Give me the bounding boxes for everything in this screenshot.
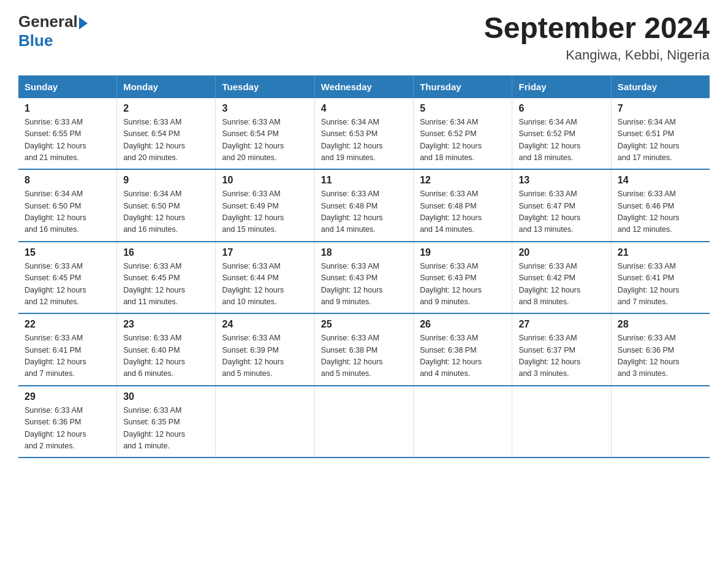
day-number: 29 — [25, 391, 110, 402]
calendar-cell: 9 Sunrise: 6:34 AMSunset: 6:50 PMDayligh… — [117, 169, 216, 242]
calendar-table: SundayMondayTuesdayWednesdayThursdayFrid… — [18, 75, 710, 459]
day-number: 17 — [222, 247, 308, 258]
calendar-cell: 15 Sunrise: 6:33 AMSunset: 6:45 PMDaylig… — [18, 242, 117, 314]
calendar-cell: 12 Sunrise: 6:33 AMSunset: 6:48 PMDaylig… — [414, 169, 512, 242]
header-monday: Monday — [117, 75, 216, 98]
day-number: 28 — [618, 319, 703, 330]
calendar-title-area: September 2024 Kangiwa, Kebbi, Nigeria — [484, 12, 710, 63]
day-number: 8 — [25, 175, 110, 186]
calendar-cell: 13 Sunrise: 6:33 AMSunset: 6:47 PMDaylig… — [512, 169, 611, 242]
calendar-cell: 21 Sunrise: 6:33 AMSunset: 6:41 PMDaylig… — [611, 242, 710, 314]
day-info: Sunrise: 6:33 AMSunset: 6:38 PMDaylight:… — [420, 334, 482, 378]
logo: General Blue — [18, 12, 88, 50]
day-number: 23 — [123, 319, 209, 330]
logo-triangle-icon — [79, 17, 88, 29]
calendar-cell — [512, 386, 611, 458]
day-number: 16 — [123, 247, 209, 258]
day-number: 26 — [420, 319, 506, 330]
day-info: Sunrise: 6:33 AMSunset: 6:42 PMDaylight:… — [518, 262, 580, 306]
calendar-cell: 5 Sunrise: 6:34 AMSunset: 6:52 PMDayligh… — [414, 98, 512, 170]
calendar-week-row: 22 Sunrise: 6:33 AMSunset: 6:41 PMDaylig… — [18, 313, 710, 386]
day-number: 14 — [618, 175, 703, 186]
calendar-cell: 4 Sunrise: 6:34 AMSunset: 6:53 PMDayligh… — [314, 98, 413, 170]
calendar-cell: 19 Sunrise: 6:33 AMSunset: 6:43 PMDaylig… — [414, 242, 512, 314]
calendar-cell: 28 Sunrise: 6:33 AMSunset: 6:36 PMDaylig… — [611, 313, 710, 386]
page-header: General Blue September 2024 Kangiwa, Keb… — [18, 12, 710, 63]
calendar-cell: 14 Sunrise: 6:33 AMSunset: 6:46 PMDaylig… — [611, 169, 710, 242]
calendar-cell — [314, 386, 413, 458]
calendar-cell: 26 Sunrise: 6:33 AMSunset: 6:38 PMDaylig… — [414, 313, 512, 386]
calendar-cell: 7 Sunrise: 6:34 AMSunset: 6:51 PMDayligh… — [611, 98, 710, 170]
day-number: 22 — [25, 319, 110, 330]
day-info: Sunrise: 6:33 AMSunset: 6:45 PMDaylight:… — [123, 262, 185, 306]
day-info: Sunrise: 6:33 AMSunset: 6:37 PMDaylight:… — [518, 334, 580, 378]
day-number: 12 — [420, 175, 506, 186]
day-info: Sunrise: 6:34 AMSunset: 6:50 PMDaylight:… — [25, 190, 86, 234]
calendar-cell — [414, 386, 512, 458]
day-info: Sunrise: 6:33 AMSunset: 6:38 PMDaylight:… — [321, 334, 383, 378]
logo-blue-text: Blue — [18, 31, 53, 50]
calendar-cell: 1 Sunrise: 6:33 AMSunset: 6:55 PMDayligh… — [18, 98, 117, 170]
calendar-cell: 23 Sunrise: 6:33 AMSunset: 6:40 PMDaylig… — [117, 313, 216, 386]
day-number: 30 — [123, 391, 209, 402]
day-number: 20 — [518, 247, 604, 258]
day-number: 11 — [321, 175, 407, 186]
calendar-cell: 20 Sunrise: 6:33 AMSunset: 6:42 PMDaylig… — [512, 242, 611, 314]
day-info: Sunrise: 6:34 AMSunset: 6:52 PMDaylight:… — [420, 118, 482, 162]
calendar-week-row: 8 Sunrise: 6:34 AMSunset: 6:50 PMDayligh… — [18, 169, 710, 242]
calendar-cell: 8 Sunrise: 6:34 AMSunset: 6:50 PMDayligh… — [18, 169, 117, 242]
calendar-cell: 17 Sunrise: 6:33 AMSunset: 6:44 PMDaylig… — [216, 242, 314, 314]
day-info: Sunrise: 6:33 AMSunset: 6:55 PMDaylight:… — [25, 118, 86, 162]
day-number: 7 — [618, 103, 703, 114]
day-info: Sunrise: 6:33 AMSunset: 6:41 PMDaylight:… — [618, 262, 680, 306]
day-number: 27 — [518, 319, 604, 330]
day-number: 4 — [321, 103, 407, 114]
day-number: 15 — [25, 247, 110, 258]
day-info: Sunrise: 6:33 AMSunset: 6:48 PMDaylight:… — [420, 190, 482, 234]
day-info: Sunrise: 6:33 AMSunset: 6:45 PMDaylight:… — [25, 262, 86, 306]
calendar-week-row: 15 Sunrise: 6:33 AMSunset: 6:45 PMDaylig… — [18, 242, 710, 314]
day-number: 25 — [321, 319, 407, 330]
day-info: Sunrise: 6:34 AMSunset: 6:50 PMDaylight:… — [123, 190, 185, 234]
calendar-cell: 29 Sunrise: 6:33 AMSunset: 6:36 PMDaylig… — [18, 386, 117, 458]
calendar-cell: 2 Sunrise: 6:33 AMSunset: 6:54 PMDayligh… — [117, 98, 216, 170]
day-info: Sunrise: 6:33 AMSunset: 6:36 PMDaylight:… — [25, 406, 86, 450]
day-number: 24 — [222, 319, 308, 330]
day-info: Sunrise: 6:33 AMSunset: 6:43 PMDaylight:… — [321, 262, 383, 306]
day-info: Sunrise: 6:33 AMSunset: 6:54 PMDaylight:… — [222, 118, 284, 162]
calendar-cell — [611, 386, 710, 458]
day-info: Sunrise: 6:33 AMSunset: 6:46 PMDaylight:… — [618, 190, 680, 234]
day-number: 6 — [518, 103, 604, 114]
calendar-cell: 27 Sunrise: 6:33 AMSunset: 6:37 PMDaylig… — [512, 313, 611, 386]
day-info: Sunrise: 6:33 AMSunset: 6:44 PMDaylight:… — [222, 262, 284, 306]
day-info: Sunrise: 6:33 AMSunset: 6:39 PMDaylight:… — [222, 334, 284, 378]
calendar-week-row: 29 Sunrise: 6:33 AMSunset: 6:36 PMDaylig… — [18, 386, 710, 458]
day-info: Sunrise: 6:33 AMSunset: 6:43 PMDaylight:… — [420, 262, 482, 306]
header-saturday: Saturday — [611, 75, 710, 98]
calendar-cell: 11 Sunrise: 6:33 AMSunset: 6:48 PMDaylig… — [314, 169, 413, 242]
header-thursday: Thursday — [414, 75, 512, 98]
day-number: 19 — [420, 247, 506, 258]
day-number: 13 — [518, 175, 604, 186]
header-sunday: Sunday — [18, 75, 117, 98]
day-info: Sunrise: 6:33 AMSunset: 6:49 PMDaylight:… — [222, 190, 284, 234]
day-info: Sunrise: 6:34 AMSunset: 6:53 PMDaylight:… — [321, 118, 383, 162]
day-number: 2 — [123, 103, 209, 114]
calendar-cell — [216, 386, 314, 458]
calendar-cell: 3 Sunrise: 6:33 AMSunset: 6:54 PMDayligh… — [216, 98, 314, 170]
day-info: Sunrise: 6:33 AMSunset: 6:48 PMDaylight:… — [321, 190, 383, 234]
day-info: Sunrise: 6:33 AMSunset: 6:47 PMDaylight:… — [518, 190, 580, 234]
calendar-cell: 10 Sunrise: 6:33 AMSunset: 6:49 PMDaylig… — [216, 169, 314, 242]
calendar-title: September 2024 — [484, 12, 710, 45]
calendar-cell: 16 Sunrise: 6:33 AMSunset: 6:45 PMDaylig… — [117, 242, 216, 314]
day-number: 3 — [222, 103, 308, 114]
calendar-header-row: SundayMondayTuesdayWednesdayThursdayFrid… — [18, 75, 710, 98]
day-info: Sunrise: 6:33 AMSunset: 6:36 PMDaylight:… — [618, 334, 680, 378]
day-number: 21 — [618, 247, 703, 258]
calendar-subtitle: Kangiwa, Kebbi, Nigeria — [484, 47, 710, 63]
calendar-cell: 18 Sunrise: 6:33 AMSunset: 6:43 PMDaylig… — [314, 242, 413, 314]
calendar-cell: 24 Sunrise: 6:33 AMSunset: 6:39 PMDaylig… — [216, 313, 314, 386]
day-number: 10 — [222, 175, 308, 186]
calendar-cell: 22 Sunrise: 6:33 AMSunset: 6:41 PMDaylig… — [18, 313, 117, 386]
day-info: Sunrise: 6:33 AMSunset: 6:40 PMDaylight:… — [123, 334, 185, 378]
